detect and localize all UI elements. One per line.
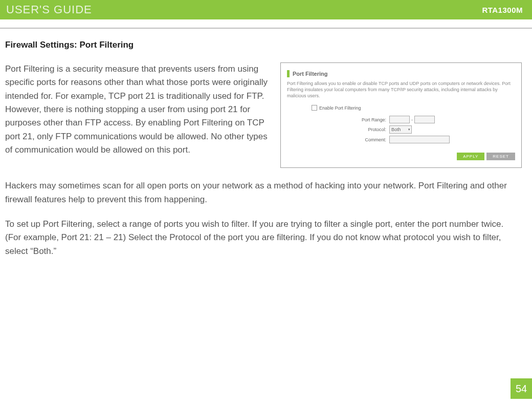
page-content: Firewall Settings: Port Filtering Port F… <box>0 29 532 274</box>
paragraph-2: Hackers may sometimes scan for all open … <box>5 179 522 206</box>
protocol-value: Both <box>391 127 401 132</box>
range-dash: - <box>411 117 413 122</box>
section-title: Firewall Settings: Port Filtering <box>5 40 522 50</box>
enable-row: Enable Port Filtering <box>287 105 515 111</box>
enable-label: Enable Port Filtering <box>319 105 361 111</box>
apply-button[interactable]: APPLY <box>457 153 484 160</box>
page-number: 54 <box>511 378 532 399</box>
reset-button[interactable]: RESET <box>486 153 515 160</box>
panel-header: Port Filtering <box>287 70 515 77</box>
paragraph-3: To set up Port Filtering, select a range… <box>5 218 522 258</box>
port-range-label: Port Range: <box>287 117 389 122</box>
intro-row: Port Filtering is a security measure tha… <box>5 62 522 168</box>
guide-label: USER'S GUIDE <box>6 3 92 16</box>
comment-input[interactable] <box>389 136 450 143</box>
port-range-row: Port Range: - <box>287 116 515 123</box>
panel-buttons: APPLY RESET <box>287 153 515 160</box>
panel-accent-bar <box>287 70 290 77</box>
header-divider <box>0 19 532 29</box>
protocol-select[interactable]: Both ▾ <box>389 125 412 134</box>
panel-title: Port Filtering <box>293 71 327 77</box>
comment-row: Comment: <box>287 136 515 143</box>
protocol-row: Protocol: Both ▾ <box>287 125 515 134</box>
intro-paragraph: Port Filtering is a security measure tha… <box>5 62 271 157</box>
protocol-label: Protocol: <box>287 127 389 132</box>
enable-checkbox[interactable] <box>312 105 317 111</box>
port-range-end-input[interactable] <box>414 116 435 123</box>
page-header: USER'S GUIDE RTA1300M <box>0 0 532 19</box>
port-range-start-input[interactable] <box>389 116 410 123</box>
model-label: RTA1300M <box>482 6 523 14</box>
comment-label: Comment: <box>287 137 389 142</box>
panel-description: Port Filtering allows you to enable or d… <box>287 80 515 99</box>
chevron-down-icon: ▾ <box>408 127 410 132</box>
port-filtering-panel: Port Filtering Port Filtering allows you… <box>280 62 522 168</box>
panel-form: Enable Port Filtering Port Range: - Prot… <box>287 105 515 160</box>
